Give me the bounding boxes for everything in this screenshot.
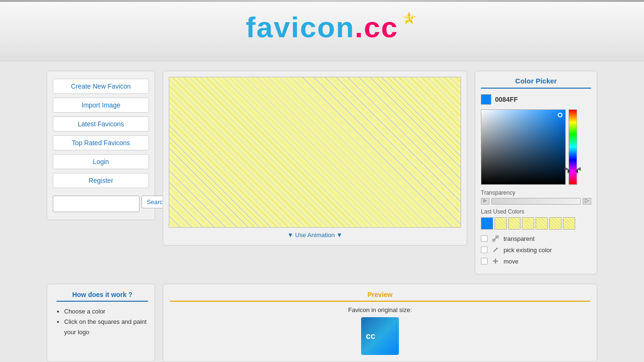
register-button[interactable]: Register [53,173,149,188]
pick-color-icon [491,246,500,254]
last-color-yellow-2[interactable] [508,217,520,230]
last-color-yellow-5[interactable] [549,217,561,230]
gradient-cursor [558,113,562,117]
search-input[interactable] [53,196,140,212]
transparency-label: Transparency [481,189,591,196]
transparency-min-icon [481,198,489,205]
preview-favicon: cc [361,317,399,355]
import-image-button[interactable]: Import Image [53,98,149,113]
bottom-content: How does it work ? Choose a color Click … [39,284,605,362]
color-swatch[interactable] [481,94,491,105]
logo-cc-text: cc [364,11,398,43]
main-content: Create New Favicon Import Image Latest F… [39,71,605,274]
hue-cursor-left [568,169,570,173]
hue-bar[interactable] [569,109,577,185]
transparent-icon [491,234,500,243]
last-color-yellow-3[interactable] [522,217,534,230]
last-color-yellow-6[interactable] [563,217,575,230]
favicon-canvas[interactable] [169,77,461,228]
preview-orig-label: Favicon in original size: [170,306,590,313]
right-panel: Color Picker 0084FF ▶ ◀ Transparency [475,71,597,274]
beta-badge: BETA [402,11,416,25]
svg-text:cc: cc [366,331,375,341]
top-rated-favicons-button[interactable]: Top Rated Favicons [53,135,149,150]
move-label: move [504,258,519,265]
animation-label[interactable]: ▼ Use Animation ▼ [288,231,343,239]
last-used-colors-label: Last Used Colors [481,208,591,215]
transparency-slider-row [481,198,591,205]
svg-line-2 [493,236,498,241]
logo-favicon-text: favicon [246,11,355,43]
left-panel: Create New Favicon Import Image Latest F… [47,71,155,220]
pick-color-checkbox[interactable] [481,247,487,253]
logo-dot: . [355,11,363,43]
color-hex-value: 0084FF [495,96,518,103]
svg-marker-0 [483,199,487,203]
last-color-blue[interactable] [481,217,493,230]
svg-marker-7 [493,258,498,264]
logo: favicon.cc [246,10,398,44]
how-item-1: Choose a color [64,306,148,317]
hue-right-arrow: ◀ [577,166,581,171]
transparency-max-icon [583,198,591,205]
login-button[interactable]: Login [53,154,149,169]
pick-color-label: pick existing color [504,247,552,254]
color-picker-title: Color Picker [481,77,591,89]
last-color-yellow-1[interactable] [495,217,507,230]
how-panel: How does it work ? Choose a color Click … [47,284,155,362]
transparent-checkbox[interactable] [481,235,487,242]
svg-line-5 [494,248,497,252]
transparent-label: transparent [504,235,535,242]
move-icon [491,257,500,265]
latest-favicons-button[interactable]: Latest Favicons [53,116,149,132]
how-item-2: Click on the squares and paint your logo [64,317,148,337]
transparency-slider[interactable] [491,198,581,205]
search-row: Search [53,196,149,212]
how-list: Choose a color Click on the squares and … [57,306,148,337]
preview-title: Preview [170,291,590,302]
color-gradient-picker[interactable] [481,109,566,185]
color-hex-row: 0084FF [481,94,591,105]
transparent-tool-row: transparent [481,234,591,243]
pick-color-tool-row: pick existing color [481,246,591,254]
logo-reflection: favicon.cc [246,44,398,54]
animation-bar[interactable]: ▼ Use Animation ▼ [169,228,461,239]
header: favicon.cc favicon.cc BETA [0,2,644,61]
move-tool-row: move [481,257,591,265]
preview-panel: Preview Favicon in original size: cc [163,284,597,362]
picker-area: ▶ ◀ [481,109,591,185]
svg-marker-1 [585,199,589,203]
how-title: How does it work ? [57,291,148,302]
last-colors-row [481,217,591,230]
preview-image: cc [170,317,590,355]
center-panel: ▼ Use Animation ▼ [163,71,467,246]
move-checkbox[interactable] [481,258,487,264]
last-color-yellow-4[interactable] [536,217,548,230]
logo-container: favicon.cc favicon.cc BETA [246,10,398,54]
create-new-favicon-button[interactable]: Create New Favicon [53,79,149,94]
